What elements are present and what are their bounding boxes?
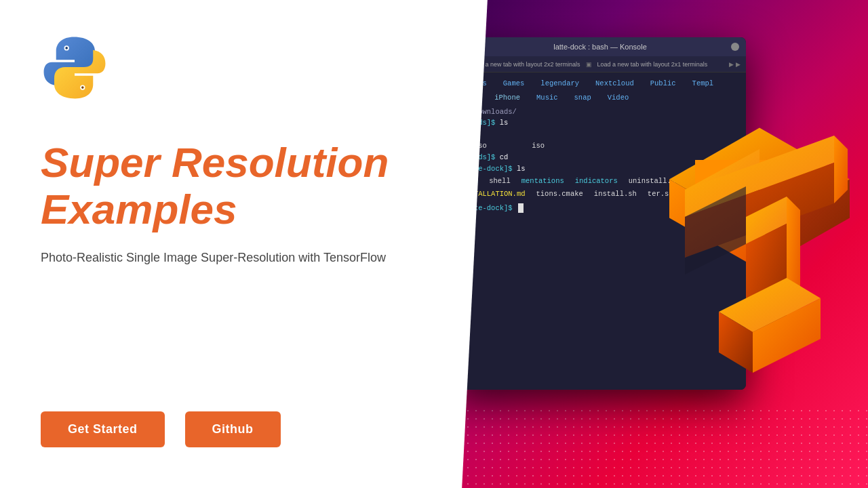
- file-mentations: mentations: [521, 176, 564, 187]
- konsole-titlebar: latte-dock : bash — Konsole: [454, 37, 746, 56]
- dir-video: Video: [608, 92, 629, 104]
- tensorflow-logo: [631, 108, 868, 380]
- dir-music: Music: [536, 92, 558, 104]
- github-button[interactable]: Github: [185, 411, 281, 447]
- file-indicators: indicators: [575, 176, 618, 187]
- button-group: Get Started Github: [41, 411, 281, 447]
- subtitle: Photo-Realistic Single Image Super-Resol…: [41, 249, 407, 267]
- konsole-title: latte-dock : bash — Konsole: [553, 43, 647, 51]
- dot-grid-decoration: [448, 407, 868, 488]
- dir-templ: Templ: [692, 78, 714, 89]
- file-shell: shell: [489, 176, 511, 187]
- svg-marker-14: [834, 136, 848, 203]
- svg-point-1: [65, 47, 68, 49]
- dir-listing-row1: nloads Games legendary Nextcloud Public …: [461, 78, 739, 89]
- main-title: Super Resolution Examples: [41, 140, 407, 232]
- konsole-tabs: ▶ Load a new tab with layout 2x2 termina…: [454, 56, 746, 73]
- left-panel: Super Resolution Examples Photo-Realisti…: [0, 0, 448, 488]
- right-panel: latte-dock : bash — Konsole ▶ Load a new…: [448, 0, 868, 488]
- dir-nextcloud: Nextcloud: [595, 78, 634, 89]
- cursor-block: [518, 203, 524, 213]
- python-logo: [41, 34, 108, 102]
- dir-iphone: iPhone: [494, 92, 520, 104]
- svg-point-3: [81, 86, 84, 89]
- dir-public: Public: [650, 78, 676, 89]
- konsole-tab1[interactable]: Load a new tab with layout 2x2 terminals: [470, 61, 580, 68]
- dir-games: Games: [503, 78, 525, 89]
- dir-listing-row2: ooks iPhone Music snap Video: [461, 92, 739, 104]
- konsole-tab-icon2: ▣: [586, 61, 592, 68]
- file-cmake: tions.cmake: [536, 188, 583, 200]
- get-started-button[interactable]: Get Started: [41, 411, 165, 447]
- dir-legendary: legendary: [540, 78, 579, 89]
- konsole-nav-arrows: ▶ ▶: [729, 61, 741, 68]
- konsole-tab2[interactable]: Load a new tab with layout 2x1 terminals: [597, 61, 708, 68]
- dir-snap: snap: [574, 92, 591, 104]
- konsole-close-button[interactable]: [731, 43, 739, 51]
